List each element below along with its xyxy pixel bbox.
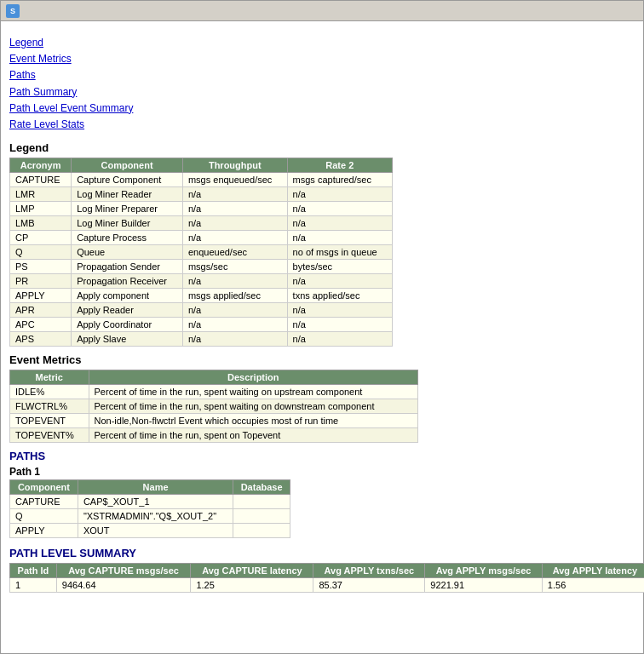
metrics-cell: TOPEVENT% bbox=[10, 428, 89, 443]
legend-cell: n/a bbox=[182, 231, 287, 245]
legend-cell: CP bbox=[10, 231, 72, 245]
paths-row: APPLYXOUT bbox=[10, 524, 290, 538]
nav-path-level-event-summary[interactable]: Path Level Event Summary bbox=[9, 100, 635, 117]
metrics-cell: Percent of time in the run, spent waitin… bbox=[89, 399, 417, 414]
metrics-header-row: Metric Description bbox=[10, 370, 418, 385]
legend-cell: msgs enqueued/sec bbox=[182, 173, 287, 187]
legend-cell: LMB bbox=[10, 216, 72, 231]
paths-col-name: Name bbox=[78, 480, 233, 495]
nav-rate-level-stats[interactable]: Rate Level Stats bbox=[9, 117, 635, 133]
summary-col-avg-apply-txns: Avg APPLY txns/sec bbox=[313, 564, 425, 578]
legend-cell: n/a bbox=[182, 202, 287, 216]
legend-cell: msgs applied/sec bbox=[182, 289, 287, 303]
paths-row: CAPTURECAP$_XOUT_1 bbox=[10, 495, 290, 509]
nav-links: Legend Event Metrics Paths Path Summary … bbox=[9, 35, 635, 133]
paths-cell: XOUT bbox=[78, 524, 233, 538]
legend-row: APPLYApply componentmsgs applied/sectxns… bbox=[10, 289, 393, 303]
legend-cell: no of msgs in queue bbox=[287, 245, 392, 260]
legend-row: PSPropagation Sendermsgs/secbytes/sec bbox=[10, 260, 393, 274]
legend-row: LMBLog Miner Buildern/an/a bbox=[10, 216, 393, 231]
legend-cell: LMR bbox=[10, 187, 72, 202]
legend-cell: n/a bbox=[287, 332, 392, 347]
summary-cell: 1.25 bbox=[191, 578, 313, 593]
page-content: Legend Event Metrics Paths Path Summary … bbox=[1, 21, 643, 600]
summary-cell: 85.37 bbox=[313, 578, 425, 593]
legend-cell: Apply Coordinator bbox=[72, 318, 183, 332]
summary-cell: 1 bbox=[10, 578, 57, 593]
legend-cell: n/a bbox=[182, 303, 287, 318]
legend-row: QQueueenqueued/secno of msgs in queue bbox=[10, 245, 393, 260]
summary-row: 19464.641.2585.379221.911.56 bbox=[10, 578, 645, 593]
path-level-summary-title: PATH LEVEL SUMMARY bbox=[9, 547, 635, 559]
legend-cell: n/a bbox=[182, 318, 287, 332]
paths-body: CAPTURECAP$_XOUT_1Q"XSTRMADMIN"."Q$_XOUT… bbox=[10, 495, 290, 538]
legend-col-throughput: Throughput bbox=[182, 158, 287, 173]
paths-cell: "XSTRMADMIN"."Q$_XOUT_2" bbox=[78, 509, 233, 524]
legend-cell: n/a bbox=[182, 187, 287, 202]
legend-row: CAPTURECapture Componentmsgs enqueued/se… bbox=[10, 173, 393, 187]
legend-cell: Queue bbox=[72, 245, 183, 260]
legend-cell: PR bbox=[10, 274, 72, 289]
summary-col-avg-apply-latency: Avg APPLY latency bbox=[542, 564, 644, 578]
summary-body: 19464.641.2585.379221.911.56 bbox=[10, 578, 645, 593]
metrics-col-metric: Metric bbox=[10, 370, 89, 385]
legend-section-title: Legend bbox=[9, 141, 635, 154]
paths-row: Q"XSTRMADMIN"."Q$_XOUT_2" bbox=[10, 509, 290, 524]
legend-cell: n/a bbox=[182, 332, 287, 347]
paths-col-database: Database bbox=[233, 480, 290, 495]
nav-paths[interactable]: Paths bbox=[9, 67, 635, 83]
summary-col-avg-capture-latency: Avg CAPTURE latency bbox=[191, 564, 313, 578]
nav-path-summary[interactable]: Path Summary bbox=[9, 84, 635, 100]
legend-cell: n/a bbox=[287, 303, 392, 318]
event-metrics-section-title: Event Metrics bbox=[9, 353, 635, 366]
paths-cell bbox=[233, 495, 290, 509]
nav-legend[interactable]: Legend bbox=[9, 35, 635, 51]
legend-cell: msgs captured/sec bbox=[287, 173, 392, 187]
legend-cell: Capture Process bbox=[72, 231, 183, 245]
event-metrics-table: Metric Description IDLE%Percent of time … bbox=[9, 370, 418, 443]
legend-cell: Log Miner Builder bbox=[72, 216, 183, 231]
metrics-cell: Percent of time in the run, spent waitin… bbox=[89, 385, 417, 399]
legend-cell: bytes/sec bbox=[287, 260, 392, 274]
window-icon: S bbox=[6, 4, 20, 18]
legend-cell: n/a bbox=[182, 274, 287, 289]
summary-cell: 9221.91 bbox=[425, 578, 543, 593]
legend-cell: n/a bbox=[287, 274, 392, 289]
legend-cell: txns applied/sec bbox=[287, 289, 392, 303]
metrics-cell: IDLE% bbox=[10, 385, 89, 399]
summary-col-avg-apply-msgs: Avg APPLY msgs/sec bbox=[425, 564, 543, 578]
legend-cell: n/a bbox=[287, 202, 392, 216]
summary-table: Path Id Avg CAPTURE msgs/sec Avg CAPTURE… bbox=[9, 563, 644, 593]
paths-col-component: Component bbox=[10, 480, 78, 495]
paths-cell bbox=[233, 509, 290, 524]
legend-cell: Log Miner Preparer bbox=[72, 202, 183, 216]
legend-cell: Log Miner Reader bbox=[72, 187, 183, 202]
legend-cell: APR bbox=[10, 303, 72, 318]
legend-col-rate2: Rate 2 bbox=[287, 158, 392, 173]
legend-row: APCApply Coordinatorn/an/a bbox=[10, 318, 393, 332]
legend-cell: Apply Reader bbox=[72, 303, 183, 318]
metrics-col-description: Description bbox=[89, 370, 417, 385]
legend-cell: n/a bbox=[287, 318, 392, 332]
paths-table: Component Name Database CAPTURECAP$_XOUT… bbox=[9, 479, 290, 538]
legend-row: APSApply Slaven/an/a bbox=[10, 332, 393, 347]
metrics-body: IDLE%Percent of time in the run, spent w… bbox=[10, 385, 418, 443]
legend-cell: n/a bbox=[182, 216, 287, 231]
legend-body: CAPTURECapture Componentmsgs enqueued/se… bbox=[10, 173, 393, 347]
legend-col-acronym: Acronym bbox=[10, 158, 72, 173]
paths-section-title: PATHS bbox=[9, 450, 635, 462]
metrics-row: TOPEVENTNon-idle,Non-flwctrl Event which… bbox=[10, 414, 418, 428]
legend-cell: Propagation Receiver bbox=[72, 274, 183, 289]
paths-cell: Q bbox=[10, 509, 78, 524]
nav-event-metrics[interactable]: Event Metrics bbox=[9, 51, 635, 67]
metrics-cell: Non-idle,Non-flwctrl Event which occupie… bbox=[89, 414, 417, 428]
summary-cell: 1.56 bbox=[542, 578, 644, 593]
legend-header-row: Acronym Component Throughput Rate 2 bbox=[10, 158, 393, 173]
legend-col-component: Component bbox=[72, 158, 183, 173]
legend-cell: Capture Component bbox=[72, 173, 183, 187]
summary-col-avg-capture-msgs: Avg CAPTURE msgs/sec bbox=[56, 564, 191, 578]
legend-row: LMPLog Miner Preparern/an/a bbox=[10, 202, 393, 216]
metrics-cell: Percent of time in the run, spent on Top… bbox=[89, 428, 417, 443]
path-label: Path 1 bbox=[9, 466, 635, 478]
main-window: S Legend Event Metrics Paths Path Summar… bbox=[0, 0, 644, 654]
